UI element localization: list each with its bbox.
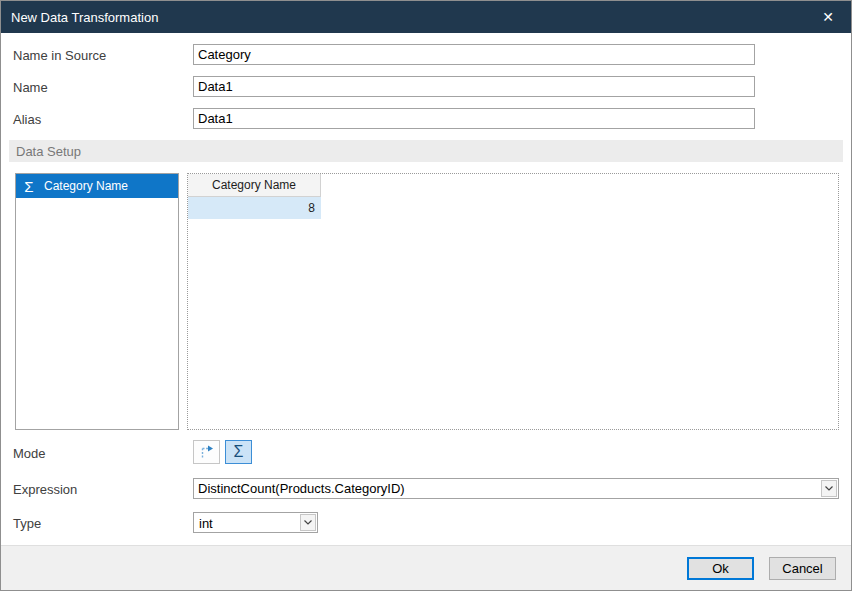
name-in-source-input[interactable] [193,44,755,65]
preview-grid: Category Name 8 [187,173,839,430]
name-input[interactable] [193,76,755,97]
expression-combo [193,478,839,499]
close-icon[interactable]: ✕ [817,6,839,28]
ok-button[interactable]: Ok [687,557,754,580]
titlebar: New Data Transformation ✕ [1,1,851,33]
expression-label: Expression [13,482,77,497]
alias-label: Alias [13,112,41,127]
chevron-down-icon [304,520,312,525]
footer: Ok Cancel [1,545,851,590]
list-item-category-name[interactable]: Σ Category Name [16,174,178,198]
type-select[interactable]: int [193,512,318,533]
type-dropdown-button[interactable] [300,514,316,531]
grid-cell: 8 [188,197,321,219]
grid-column-header: Category Name [188,174,321,197]
mode-toolbar: Σ [193,440,252,464]
dialog-title: New Data Transformation [11,10,158,25]
sigma-icon: Σ [234,444,244,460]
name-label: Name [13,80,48,95]
field-list: Σ Category Name [15,173,179,430]
chevron-down-icon [825,486,833,491]
list-item-label: Category Name [44,179,128,193]
flatten-mode-icon [199,444,215,460]
data-setup-section-header: Data Setup [9,140,843,162]
expression-input[interactable] [194,479,820,498]
new-data-transformation-dialog: New Data Transformation ✕ Name in Source… [0,0,852,591]
mode-label: Mode [13,446,46,461]
flatten-mode-button[interactable] [193,440,220,464]
type-label: Type [13,516,41,531]
aggregate-mode-button[interactable]: Σ [225,440,252,464]
sigma-icon: Σ [21,179,37,194]
data-setup-section-label: Data Setup [16,144,81,159]
name-in-source-label: Name in Source [13,48,106,63]
type-select-value: int [199,516,213,531]
alias-input[interactable] [193,108,755,129]
cancel-button[interactable]: Cancel [769,557,836,580]
expression-dropdown-button[interactable] [821,480,837,497]
